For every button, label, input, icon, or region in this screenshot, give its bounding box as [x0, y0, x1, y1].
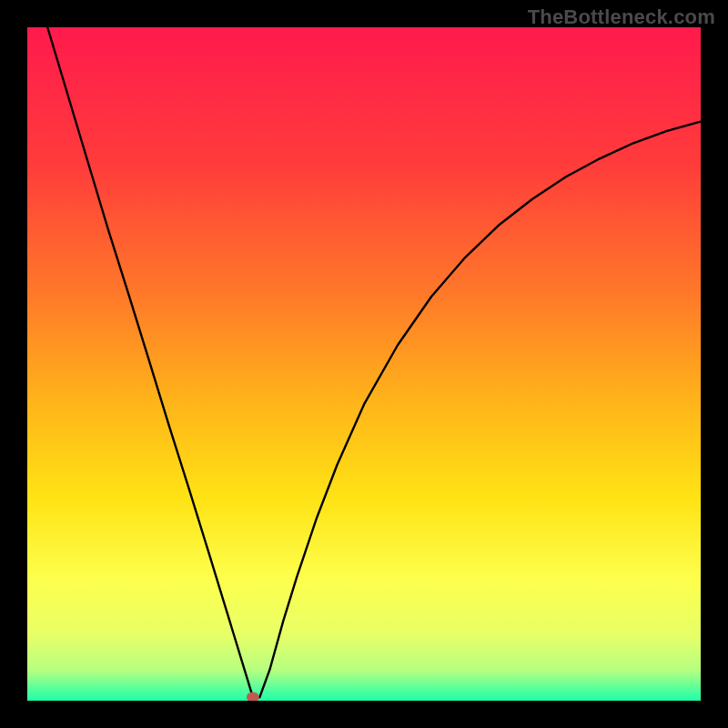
plot-area [27, 27, 701, 701]
chart-container: TheBottleneck.com [0, 0, 728, 728]
gradient-background [27, 27, 701, 701]
chart-svg [27, 27, 701, 701]
watermark-text: TheBottleneck.com [528, 5, 715, 29]
